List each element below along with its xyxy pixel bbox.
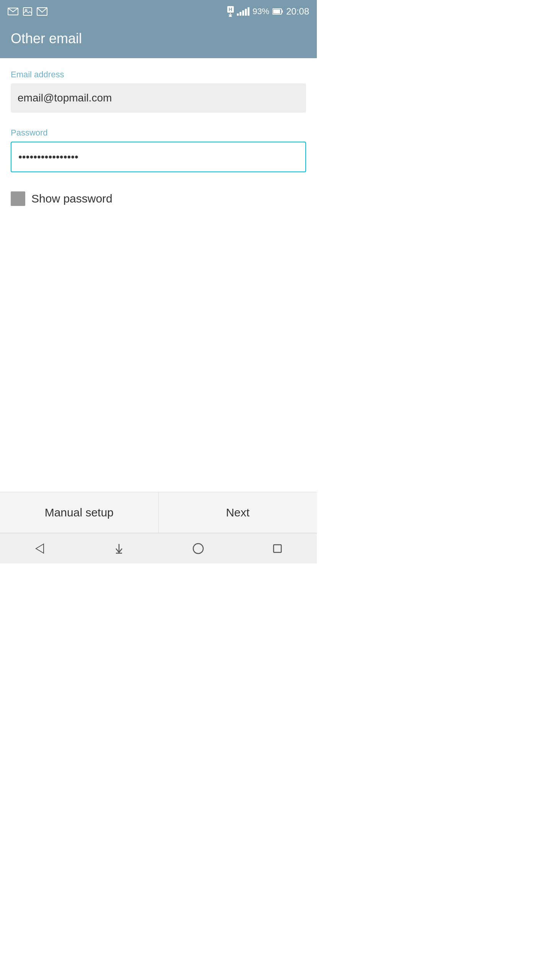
- svg-point-12: [193, 544, 203, 554]
- bottom-buttons: Manual setup Next: [0, 492, 317, 533]
- email-label: Email address: [11, 70, 306, 80]
- show-password-row[interactable]: Show password: [11, 188, 306, 210]
- svg-rect-1: [23, 8, 32, 15]
- recents-button[interactable]: [271, 542, 284, 555]
- show-password-checkbox[interactable]: [11, 191, 25, 206]
- down-button[interactable]: [112, 542, 126, 555]
- download-icon: [227, 13, 233, 17]
- battery-icon: [272, 8, 283, 15]
- signal-bars: [237, 7, 249, 16]
- svg-rect-8: [282, 10, 283, 13]
- svg-rect-7: [273, 10, 280, 13]
- password-field-group: Password: [11, 128, 306, 180]
- password-input[interactable]: [11, 142, 306, 172]
- svg-marker-9: [36, 544, 44, 553]
- status-bar-left: [8, 7, 47, 16]
- manual-setup-button[interactable]: Manual setup: [0, 492, 159, 533]
- h-icon: H: [227, 6, 234, 13]
- navigation-bar: [0, 533, 317, 564]
- password-label: Password: [11, 128, 306, 138]
- status-bar-right: H 93% 20:08: [227, 6, 310, 17]
- home-button[interactable]: [191, 542, 205, 555]
- show-password-label: Show password: [31, 192, 112, 205]
- app-header: Other email: [0, 23, 317, 58]
- email-input[interactable]: [11, 83, 306, 113]
- mail-icon: [8, 8, 18, 15]
- svg-rect-13: [274, 545, 281, 552]
- next-button[interactable]: Next: [159, 492, 317, 533]
- back-button[interactable]: [33, 542, 47, 555]
- gmail-icon: [37, 7, 47, 16]
- battery-percentage: 93%: [253, 7, 269, 16]
- page-title: Other email: [11, 31, 82, 46]
- email-field-group: Email address: [11, 70, 306, 124]
- form-content: Email address Password Show password: [0, 58, 317, 221]
- image-icon: [23, 7, 32, 16]
- status-time: 20:08: [286, 6, 309, 17]
- status-bar: H 93% 20:08: [0, 0, 317, 23]
